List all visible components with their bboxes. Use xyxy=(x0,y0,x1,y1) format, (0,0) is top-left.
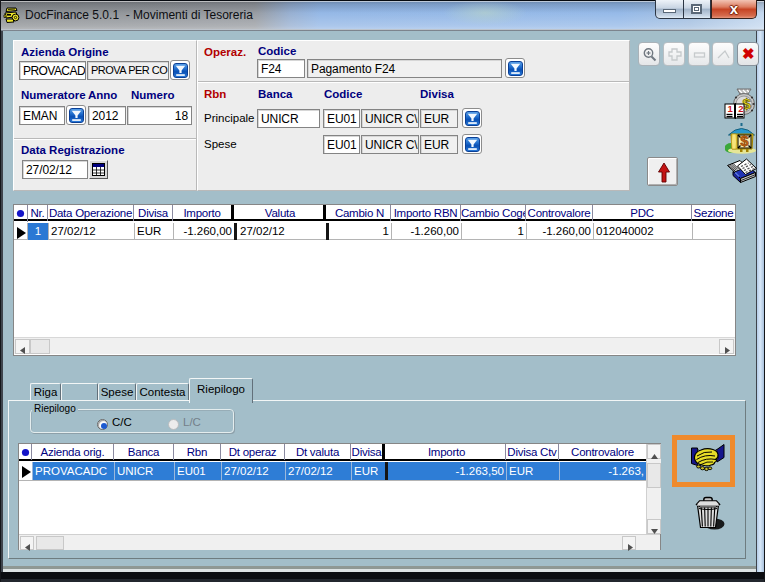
svg-text:2: 2 xyxy=(738,103,743,114)
svg-text:1: 1 xyxy=(728,103,734,114)
svg-text:$: $ xyxy=(740,132,749,149)
